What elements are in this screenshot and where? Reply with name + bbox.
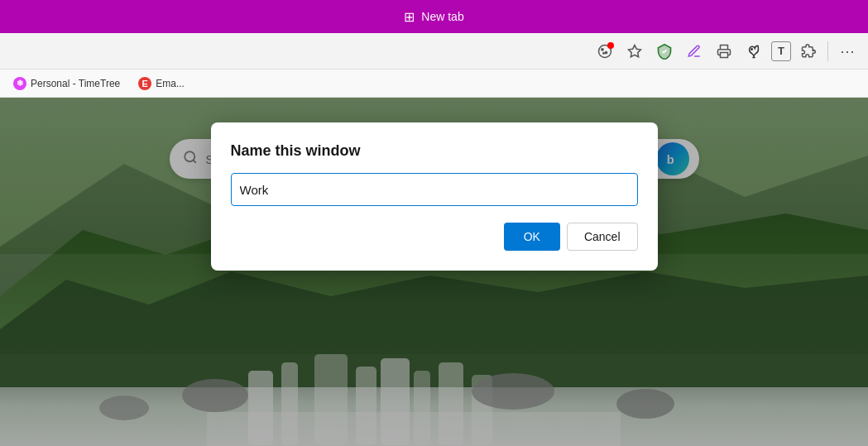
svg-point-3 [603,52,605,54]
timetree-label: Personal - TimeTree [31,78,120,89]
rabbit-icon[interactable] [741,39,766,64]
main-area: b Name this window OK Cancel [0,98,868,446]
window-name-input[interactable] [231,173,638,206]
modal-buttons: OK Cancel [231,223,638,251]
ok-button[interactable]: OK [504,223,560,251]
tab-label[interactable]: New tab [421,10,463,23]
cancel-button[interactable]: Cancel [567,223,638,251]
shield-icon[interactable] [652,39,677,64]
cookie-badge [607,42,614,49]
svg-point-1 [602,48,603,50]
svg-point-6 [751,48,753,50]
bookmark-personal-timetree[interactable]: ❄ Personal - TimeTree [8,74,125,93]
name-window-modal: Name this window OK Cancel [211,122,658,271]
toolbar: T ⋯ [0,33,868,70]
favorites-icon[interactable] [622,39,647,64]
bookmarks-bar: ❄ Personal - TimeTree E Ema... [0,70,868,98]
title-bar: ⊞ New tab [0,0,868,33]
tab-icon: ⊞ [404,9,415,25]
modal-overlay: Name this window OK Cancel [0,98,868,446]
pen-icon[interactable] [682,39,707,64]
settings-more-icon[interactable]: ⋯ [835,39,860,64]
timetree-favicon: ❄ [13,77,26,90]
email-favicon: E [138,77,151,90]
svg-marker-4 [629,45,641,56]
modal-title: Name this window [231,142,638,160]
email-label: Ema... [156,78,185,89]
svg-rect-5 [721,52,728,57]
print-icon[interactable] [712,39,736,64]
bookmark-email[interactable]: E Ema... [133,74,189,93]
tab-actions-icon[interactable]: T [771,41,791,61]
svg-point-2 [605,51,607,53]
cookie-icon[interactable] [592,39,617,64]
extensions-icon[interactable] [796,39,821,64]
toolbar-divider [827,41,828,61]
